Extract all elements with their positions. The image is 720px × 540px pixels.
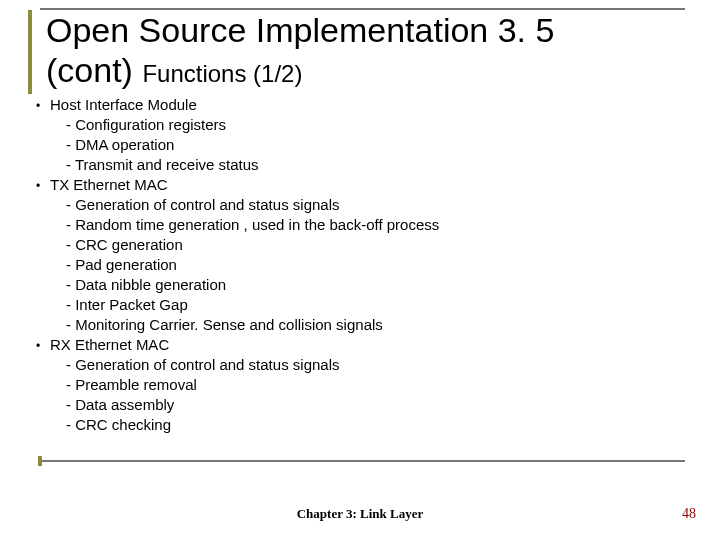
title-box: Open Source Implementation 3. 5 (cont) F… bbox=[28, 10, 554, 94]
bullet-item: - DMA operation bbox=[40, 135, 690, 155]
bullet-item: - Transmit and receive status bbox=[40, 155, 690, 175]
title-line2-sub: Functions (1/2) bbox=[142, 60, 302, 87]
footer-chapter: Chapter 3: Link Layer bbox=[0, 506, 720, 522]
bullet-item: - CRC generation bbox=[40, 235, 690, 255]
footer-page-number: 48 bbox=[682, 506, 696, 522]
slide-title: Open Source Implementation 3. 5 (cont) F… bbox=[46, 10, 554, 94]
bullet-heading: Host Interface Module bbox=[40, 95, 690, 115]
title-block: Open Source Implementation 3. 5 (cont) F… bbox=[28, 10, 554, 94]
bullet-item: - Random time generation , used in the b… bbox=[40, 215, 690, 235]
bullet-item: - Pad generation bbox=[40, 255, 690, 275]
bullet-heading: RX Ethernet MAC bbox=[40, 335, 690, 355]
bullet-item: - Configuration registers bbox=[40, 115, 690, 135]
bullet-heading: TX Ethernet MAC bbox=[40, 175, 690, 195]
bullet-item: - Data nibble generation bbox=[40, 275, 690, 295]
body-rule bbox=[42, 460, 685, 462]
title-line2: (cont) Functions (1/2) bbox=[46, 50, 554, 94]
bullet-item: - Data assembly bbox=[40, 395, 690, 415]
bullet-item: - Generation of control and status signa… bbox=[40, 195, 690, 215]
bullet-item: - Monitoring Carrier. Sense and collisio… bbox=[40, 315, 690, 335]
title-line1: Open Source Implementation 3. 5 bbox=[46, 10, 554, 50]
slide: Open Source Implementation 3. 5 (cont) F… bbox=[0, 0, 720, 540]
bullet-item: - Preamble removal bbox=[40, 375, 690, 395]
bullet-item: - Inter Packet Gap bbox=[40, 295, 690, 315]
title-line2-main: (cont) bbox=[46, 51, 133, 89]
bullet-item: - Generation of control and status signa… bbox=[40, 355, 690, 375]
body-area: Host Interface Module - Configuration re… bbox=[40, 95, 690, 435]
bullet-item: - CRC checking bbox=[40, 415, 690, 435]
